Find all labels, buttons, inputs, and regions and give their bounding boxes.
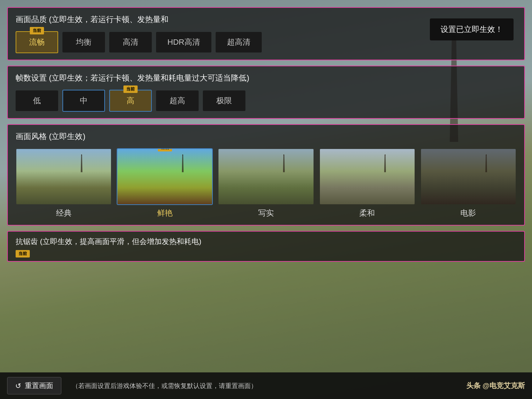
style-grid: 经典 当前 鲜艳 写实 <box>16 148 516 218</box>
style-thumb-vivid: 当前 <box>117 148 213 205</box>
reset-button[interactable]: ↺ 重置画面 <box>7 377 61 394</box>
style-label-realistic: 写实 <box>218 208 314 218</box>
fps-btn-mid[interactable]: 中 <box>62 90 105 112</box>
fps-panel-title: 帧数设置 (立即生效；若运行卡顿、发热量和耗电量过大可适当降低) <box>16 73 516 83</box>
quality-btn-balanced[interactable]: 均衡 <box>62 32 105 52</box>
style-thumb-cinema <box>420 148 516 205</box>
style-panel: 画面风格 (立即生效) 经典 当前 鲜艳 <box>7 124 525 226</box>
fps-panel: 帧数设置 (立即生效；若运行卡顿、发热量和耗电量过大可适当降低) 低 中 当前 … <box>7 66 525 119</box>
watermark: 头条 @电竞艾克斯 <box>466 381 525 390</box>
mini-tower-realistic <box>283 155 285 172</box>
style-item-cinema[interactable]: 电影 <box>420 148 516 218</box>
fps-btn-extreme[interactable]: 极限 <box>203 90 245 111</box>
style-thumb-classic <box>16 148 112 205</box>
toast-notification: 设置已立即生效！ <box>430 18 514 40</box>
style-thumb-soft <box>319 148 415 205</box>
style-item-vivid[interactable]: 当前 鲜艳 <box>117 148 213 218</box>
reset-icon: ↺ <box>15 382 21 390</box>
style-item-realistic[interactable]: 写实 <box>218 148 314 218</box>
toast-text: 设置已立即生效！ <box>440 25 503 34</box>
quality-btn-hdr[interactable]: HDR高清 <box>156 32 211 52</box>
style-label-soft: 柔和 <box>319 208 415 218</box>
bottom-bar: ↺ 重置画面 （若画面设置后游戏体验不佳，或需恢复默认设置，请重置画面） 头条 … <box>0 372 532 399</box>
mini-tower-soft <box>384 155 386 172</box>
badge-current-high: 当前 <box>123 85 138 93</box>
quality-btn-hd[interactable]: 高清 <box>109 32 152 52</box>
style-item-classic[interactable]: 经典 <box>16 148 112 218</box>
fps-btn-ultra[interactable]: 超高 <box>156 90 199 111</box>
main-content: 设置已立即生效！ 画面品质 (立即生效，若运行卡顿、发热量和 当前 流畅 均衡 … <box>0 0 532 399</box>
style-label-classic: 经典 <box>16 208 112 218</box>
fps-btn-row: 低 中 当前 高 超高 极限 <box>16 90 516 112</box>
style-label-vivid: 鲜艳 <box>117 208 213 218</box>
bottom-hint: （若画面设置后游戏体验不佳，或需恢复默认设置，请重置画面） <box>72 382 456 390</box>
mini-tower-cinema <box>485 155 487 172</box>
badge-current-smooth: 当前 <box>30 27 44 34</box>
aa-title: 抗锯齿 (立即生效，提高画面平滑，但会增加发热和耗电) <box>16 237 516 246</box>
quality-btn-ultra[interactable]: 超高清 <box>216 32 262 52</box>
style-thumb-realistic <box>218 148 314 205</box>
aa-section: 抗锯齿 (立即生效，提高画面平滑，但会增加发热和耗电) 当前 <box>7 231 525 262</box>
badge-current-aa: 当前 <box>16 250 30 257</box>
mini-tower-classic <box>81 155 83 172</box>
fps-btn-low[interactable]: 低 <box>16 90 58 111</box>
style-label-cinema: 电影 <box>420 208 516 218</box>
badge-current-vivid: 当前 <box>158 148 172 151</box>
reset-label: 重置画面 <box>25 381 53 390</box>
quality-panel: 设置已立即生效！ 画面品质 (立即生效，若运行卡顿、发热量和 当前 流畅 均衡 … <box>7 7 525 60</box>
quality-btn-smooth[interactable]: 当前 流畅 <box>16 31 58 53</box>
mini-tower-vivid <box>182 155 184 172</box>
style-item-soft[interactable]: 柔和 <box>319 148 415 218</box>
fps-btn-high[interactable]: 当前 高 <box>109 90 152 112</box>
style-panel-title: 画面风格 (立即生效) <box>16 131 516 142</box>
